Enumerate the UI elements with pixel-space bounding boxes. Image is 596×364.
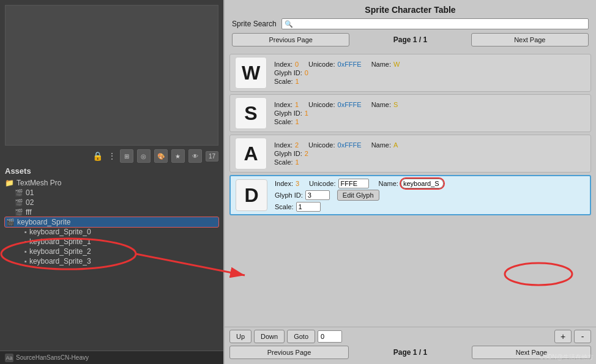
- pagination-row-bottom: Previous Page Page 1 / 1 Next Page: [229, 346, 591, 359]
- info-line-index-3: Index: 3 Unicode: Name:: [275, 179, 585, 188]
- asset-label: 02: [26, 198, 34, 207]
- glyph-info-3: Index: 3 Unicode: Name: Glyph ID: Edit G…: [275, 179, 585, 212]
- star-icon[interactable]: ★: [171, 149, 185, 163]
- asset-keyboard-sprite-3[interactable]: ▪ keyboard_Sprite_3: [5, 256, 218, 266]
- asset-keyboard-sprite[interactable]: 🎬 keyboard_Sprite: [5, 217, 218, 227]
- asset-label: TextMesh Pro: [17, 179, 61, 187]
- unicode-input-3[interactable]: [338, 179, 369, 188]
- glyph-row-0: W Index: 0 Unicode: 0xFFFE Name: W Glyph…: [229, 54, 591, 92]
- asset-icon-3: ▪: [24, 258, 27, 265]
- glyph-preview-3: D: [236, 179, 267, 211]
- asset-keyboard-sprite-2[interactable]: ▪ keyboard_Sprite_2: [5, 247, 218, 256]
- edit-glyph-button[interactable]: Edit Glyph: [337, 190, 379, 201]
- scale-input-3[interactable]: [296, 202, 321, 212]
- page-info-bottom: Page 1 / 1: [351, 348, 469, 357]
- nav-row-1: Up Down Goto + -: [229, 330, 591, 343]
- toolbar-row: 🔒 ⋮ ⊞ ◎ 🎨 ★ 👁 17: [0, 148, 223, 164]
- watermark: CSDN@生活在他方: [540, 353, 594, 362]
- info-line-scale-3: Scale:: [275, 202, 585, 212]
- name-input-3[interactable]: [401, 179, 444, 188]
- sct-header: Sprite Character Table Sprite Search Pre…: [225, 0, 596, 51]
- prev-page-button-top[interactable]: Previous Page: [232, 33, 349, 46]
- badge-count: 17: [206, 151, 218, 162]
- asset-icon-01: 🎬: [15, 189, 23, 197]
- info-line-scale-2: Scale: 1: [274, 158, 586, 166]
- status-text: SourceHanSansCN-Heavy: [16, 354, 89, 361]
- asset-label: keyboard_Sprite: [17, 218, 70, 226]
- glyph-info-1: Index: 1 Unicode: 0xFFFE Name: S Glyph I…: [274, 101, 586, 125]
- asset-01[interactable]: 🎬 01: [5, 188, 218, 198]
- search-row: Sprite Search: [232, 18, 589, 29]
- folder-icon: 📁: [5, 179, 14, 187]
- asset-icon-0: ▪: [24, 228, 27, 236]
- glyph-preview-2: A: [235, 138, 267, 169]
- info-line-glyph-2: Glyph ID: 2: [274, 150, 586, 157]
- asset-icon-02: 🎬: [15, 199, 23, 207]
- canvas-area: [5, 5, 218, 146]
- asset-icon-1: ▪: [24, 238, 27, 245]
- info-line-scale-1: Scale: 1: [274, 118, 586, 125]
- asset-icon-2: ▪: [24, 248, 27, 255]
- info-line-scale-0: Scale: 1: [274, 78, 586, 85]
- asset-label: fff: [26, 208, 32, 217]
- search-label: Sprite Search: [232, 20, 277, 28]
- glyph-preview-0: W: [235, 57, 267, 89]
- glyph-row-2: A Index: 2 Unicode: 0xFFFE Name: A Glyph…: [229, 135, 591, 173]
- font-icon: Aa: [5, 354, 13, 362]
- info-line-index-1: Index: 1 Unicode: 0xFFFE Name: S: [274, 101, 586, 108]
- plus-button[interactable]: +: [554, 330, 572, 343]
- info-line-glyph-3: Glyph ID: Edit Glyph: [275, 190, 585, 201]
- glyph-preview-1: S: [235, 97, 267, 129]
- lock-icon: 🔒: [92, 151, 103, 161]
- info-line-glyph-0: Glyph ID: 0: [274, 69, 586, 76]
- asset-02[interactable]: 🎬 02: [5, 198, 218, 207]
- asset-icon-keyboard: 🎬: [6, 218, 15, 226]
- info-line-index-0: Index: 0 Unicode: 0xFFFE Name: W: [274, 61, 586, 68]
- up-button[interactable]: Up: [229, 330, 251, 343]
- asset-label: keyboard_Sprite_2: [29, 247, 91, 256]
- asset-label: keyboard_Sprite_3: [29, 257, 91, 266]
- asset-label: keyboard_Sprite_0: [29, 228, 91, 236]
- info-line-glyph-1: Glyph ID: 1: [274, 110, 586, 117]
- eye-icon[interactable]: 👁: [188, 149, 202, 163]
- left-panel: 🔒 ⋮ ⊞ ◎ 🎨 ★ 👁 17 Assets 📁 TextMesh Pro 🎬…: [0, 0, 223, 364]
- layer-icon[interactable]: ◎: [137, 149, 151, 163]
- glyph-list: W Index: 0 Unicode: 0xFFFE Name: W Glyph…: [225, 51, 596, 327]
- glyph-row-1: S Index: 1 Unicode: 0xFFFE Name: S Glyph…: [229, 94, 591, 132]
- glyph-info-2: Index: 2 Unicode: 0xFFFE Name: A Glyph I…: [274, 141, 586, 166]
- view-icon[interactable]: ⊞: [120, 149, 133, 163]
- asset-icon-fff: 🎬: [15, 209, 23, 217]
- asset-fff[interactable]: 🎬 fff: [5, 207, 218, 217]
- assets-panel: Assets 📁 TextMesh Pro 🎬 01 🎬 02 🎬 fff 🎬 …: [0, 164, 223, 351]
- minus-button[interactable]: -: [574, 330, 591, 343]
- more-icon: ⋮: [108, 151, 116, 161]
- pagination-row-top: Previous Page Page 1 / 1 Next Page: [232, 33, 589, 46]
- status-bar: Aa SourceHanSansCN-Heavy: [0, 351, 223, 364]
- sct-title: Sprite Character Table: [232, 5, 589, 15]
- glyph-row-3: D Index: 3 Unicode: Name: Glyph ID: Edit…: [229, 175, 591, 215]
- goto-button[interactable]: Goto: [287, 330, 315, 343]
- glyph-info-0: Index: 0 Unicode: 0xFFFE Name: W Glyph I…: [274, 61, 586, 85]
- asset-label: 01: [26, 188, 34, 197]
- info-line-index-2: Index: 2 Unicode: 0xFFFE Name: A: [274, 141, 586, 149]
- page-info-top: Page 1 / 1: [352, 35, 468, 44]
- right-panel: Sprite Character Table Sprite Search Pre…: [223, 0, 596, 364]
- goto-input[interactable]: [318, 330, 342, 343]
- asset-keyboard-sprite-1[interactable]: ▪ keyboard_Sprite_1: [5, 237, 218, 247]
- asset-label: keyboard_Sprite_1: [29, 237, 91, 246]
- next-page-button-top[interactable]: Next Page: [471, 33, 589, 46]
- assets-title: Assets: [5, 166, 218, 176]
- paint-icon[interactable]: 🎨: [154, 149, 168, 163]
- prev-page-button-bottom[interactable]: Previous Page: [229, 346, 349, 359]
- asset-textmeshpro[interactable]: 📁 TextMesh Pro: [5, 178, 218, 188]
- glyph-id-input-3[interactable]: [305, 190, 330, 200]
- search-input[interactable]: [281, 18, 589, 29]
- down-button[interactable]: Down: [254, 330, 285, 343]
- asset-keyboard-sprite-0[interactable]: ▪ keyboard_Sprite_0: [5, 227, 218, 237]
